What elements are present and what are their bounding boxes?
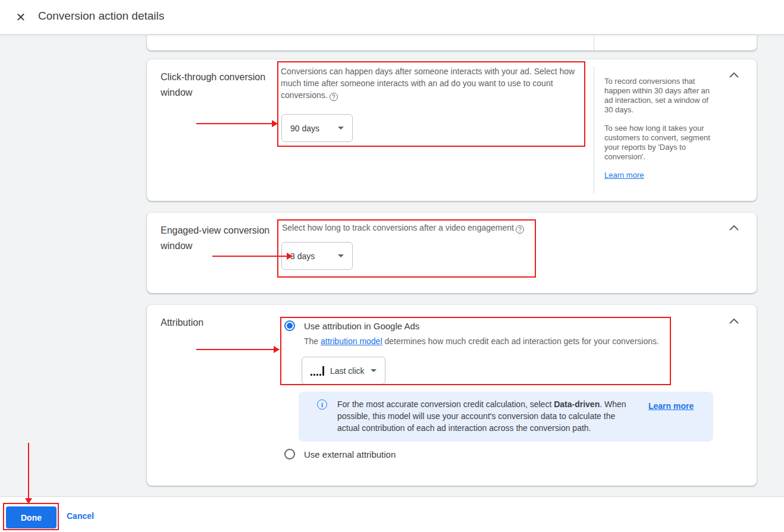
attribution-card: Attribution Use attribution in Google Ad… [147,305,757,486]
help-icon[interactable]: ? [330,93,338,101]
click-through-conversion-window-card: Click-through conversion window Conversi… [147,59,757,201]
attribution-model-link[interactable]: attribution model [321,336,382,346]
engaged-view-window-dropdown[interactable]: 3 days [281,242,353,270]
chevron-down-icon [338,127,344,130]
previous-card-partial [147,35,757,51]
section-label: Engaged-view conversion window [161,223,280,254]
section-description: Conversions can happen days after someon… [281,65,583,101]
learn-more-link[interactable]: Learn more [604,171,644,180]
radio-use-external-attribution[interactable] [284,449,295,459]
learn-more-link[interactable]: Learn more [648,401,694,411]
chevron-down-icon [371,369,377,372]
description-text: The [304,336,321,346]
cancel-button[interactable]: Cancel [67,511,94,521]
dialog-header: ✕ Conversion action details [0,0,784,34]
help-paragraph: To record conversions that happen within… [604,77,713,115]
side-help-text: To record conversions that happen within… [604,77,713,180]
card-divider [594,35,594,51]
attribution-model-description: The attribution model determines how muc… [304,335,685,347]
help-icon[interactable]: ? [516,225,524,234]
description-text: determines how much credit each ad inter… [382,336,659,346]
info-text-bold: Data-driven [554,399,600,409]
info-text: For the most accurate conversion credit … [337,399,554,409]
collapse-chevron-up-icon[interactable] [729,71,739,78]
done-button[interactable]: Done [6,506,57,528]
attribution-model-dropdown[interactable]: Last click [302,357,385,385]
radio-use-attribution-google-ads[interactable] [284,320,295,331]
section-description: Select how long to track conversions aft… [282,222,544,234]
data-driven-info-banner: i For the most accurate conversion credi… [299,392,713,442]
section-label: Click-through conversion window [161,70,280,100]
footer-action-bar: Done Cancel [0,496,784,532]
click-through-window-dropdown[interactable]: 90 days [281,114,353,142]
chevron-down-icon [338,254,344,257]
info-banner-text: For the most accurate conversion credit … [337,398,632,434]
description-text: Conversions can happen days after someon… [281,67,575,100]
info-icon: i [317,399,327,410]
collapse-chevron-up-icon[interactable] [729,224,739,231]
radio-option-label[interactable]: Use external attribution [304,449,396,459]
dropdown-value: Last click [330,366,365,376]
section-label: Attribution [161,315,280,330]
engaged-view-conversion-window-card: Engaged-view conversion window Select ho… [147,213,757,293]
card-divider [594,67,594,194]
radio-option-label[interactable]: Use attribution in Google Ads [304,321,419,331]
last-click-icon [311,366,324,376]
annotation-arrow-done [26,443,31,503]
close-icon[interactable]: ✕ [12,8,30,26]
page-title: Conversion action details [38,10,164,23]
collapse-chevron-up-icon[interactable] [729,317,739,325]
dropdown-value: 90 days [290,124,319,133]
dropdown-value: 3 days [290,251,315,261]
description-text: Select how long to track conversions aft… [282,223,514,232]
help-paragraph: To see how long it takes your customers … [604,124,713,162]
